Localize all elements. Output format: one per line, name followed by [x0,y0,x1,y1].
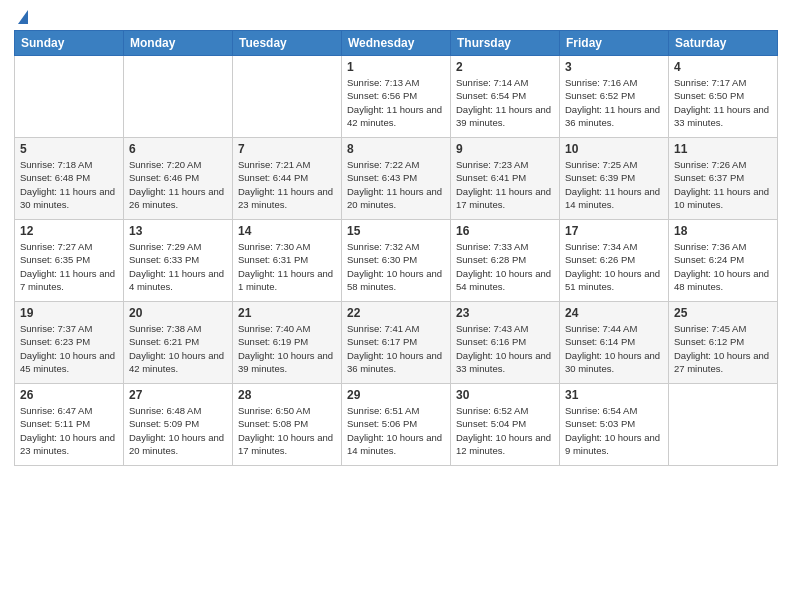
cell-text: Sunrise: 6:51 AM Sunset: 5:06 PM Dayligh… [347,404,445,457]
day-number: 20 [129,306,227,320]
day-number: 3 [565,60,663,74]
calendar-cell: 6Sunrise: 7:20 AM Sunset: 6:46 PM Daylig… [124,138,233,220]
calendar-cell [15,56,124,138]
day-number: 29 [347,388,445,402]
header [14,10,778,24]
calendar-cell: 3Sunrise: 7:16 AM Sunset: 6:52 PM Daylig… [560,56,669,138]
calendar-cell: 31Sunrise: 6:54 AM Sunset: 5:03 PM Dayli… [560,384,669,466]
calendar-cell: 2Sunrise: 7:14 AM Sunset: 6:54 PM Daylig… [451,56,560,138]
cell-text: Sunrise: 7:40 AM Sunset: 6:19 PM Dayligh… [238,322,336,375]
cell-text: Sunrise: 7:34 AM Sunset: 6:26 PM Dayligh… [565,240,663,293]
calendar-cell: 26Sunrise: 6:47 AM Sunset: 5:11 PM Dayli… [15,384,124,466]
day-number: 12 [20,224,118,238]
day-number: 19 [20,306,118,320]
day-number: 24 [565,306,663,320]
day-number: 17 [565,224,663,238]
logo-triangle-icon [18,10,28,24]
calendar-cell: 28Sunrise: 6:50 AM Sunset: 5:08 PM Dayli… [233,384,342,466]
day-number: 21 [238,306,336,320]
day-number: 15 [347,224,445,238]
day-number: 9 [456,142,554,156]
cell-text: Sunrise: 7:29 AM Sunset: 6:33 PM Dayligh… [129,240,227,293]
cell-text: Sunrise: 7:36 AM Sunset: 6:24 PM Dayligh… [674,240,772,293]
calendar-cell [124,56,233,138]
cell-text: Sunrise: 7:43 AM Sunset: 6:16 PM Dayligh… [456,322,554,375]
day-number: 11 [674,142,772,156]
cell-text: Sunrise: 6:52 AM Sunset: 5:04 PM Dayligh… [456,404,554,457]
calendar-cell: 24Sunrise: 7:44 AM Sunset: 6:14 PM Dayli… [560,302,669,384]
cell-text: Sunrise: 7:27 AM Sunset: 6:35 PM Dayligh… [20,240,118,293]
calendar-cell [669,384,778,466]
header-cell-monday: Monday [124,31,233,56]
calendar-cell: 8Sunrise: 7:22 AM Sunset: 6:43 PM Daylig… [342,138,451,220]
day-number: 10 [565,142,663,156]
calendar-cell: 10Sunrise: 7:25 AM Sunset: 6:39 PM Dayli… [560,138,669,220]
day-number: 7 [238,142,336,156]
cell-text: Sunrise: 7:23 AM Sunset: 6:41 PM Dayligh… [456,158,554,211]
cell-text: Sunrise: 7:13 AM Sunset: 6:56 PM Dayligh… [347,76,445,129]
cell-text: Sunrise: 7:22 AM Sunset: 6:43 PM Dayligh… [347,158,445,211]
calendar-cell: 16Sunrise: 7:33 AM Sunset: 6:28 PM Dayli… [451,220,560,302]
day-number: 8 [347,142,445,156]
calendar-cell: 27Sunrise: 6:48 AM Sunset: 5:09 PM Dayli… [124,384,233,466]
cell-text: Sunrise: 7:41 AM Sunset: 6:17 PM Dayligh… [347,322,445,375]
day-number: 5 [20,142,118,156]
header-cell-wednesday: Wednesday [342,31,451,56]
cell-text: Sunrise: 6:47 AM Sunset: 5:11 PM Dayligh… [20,404,118,457]
cell-text: Sunrise: 7:14 AM Sunset: 6:54 PM Dayligh… [456,76,554,129]
week-row-5: 26Sunrise: 6:47 AM Sunset: 5:11 PM Dayli… [15,384,778,466]
day-number: 27 [129,388,227,402]
calendar-cell: 18Sunrise: 7:36 AM Sunset: 6:24 PM Dayli… [669,220,778,302]
day-number: 31 [565,388,663,402]
cell-text: Sunrise: 7:16 AM Sunset: 6:52 PM Dayligh… [565,76,663,129]
logo [14,10,28,24]
cell-text: Sunrise: 7:30 AM Sunset: 6:31 PM Dayligh… [238,240,336,293]
cell-text: Sunrise: 6:48 AM Sunset: 5:09 PM Dayligh… [129,404,227,457]
calendar-cell: 29Sunrise: 6:51 AM Sunset: 5:06 PM Dayli… [342,384,451,466]
calendar-cell: 30Sunrise: 6:52 AM Sunset: 5:04 PM Dayli… [451,384,560,466]
day-number: 22 [347,306,445,320]
cell-text: Sunrise: 7:21 AM Sunset: 6:44 PM Dayligh… [238,158,336,211]
calendar-cell: 7Sunrise: 7:21 AM Sunset: 6:44 PM Daylig… [233,138,342,220]
calendar-cell: 14Sunrise: 7:30 AM Sunset: 6:31 PM Dayli… [233,220,342,302]
week-row-4: 19Sunrise: 7:37 AM Sunset: 6:23 PM Dayli… [15,302,778,384]
cell-text: Sunrise: 7:32 AM Sunset: 6:30 PM Dayligh… [347,240,445,293]
header-cell-saturday: Saturday [669,31,778,56]
cell-text: Sunrise: 7:25 AM Sunset: 6:39 PM Dayligh… [565,158,663,211]
calendar-cell: 21Sunrise: 7:40 AM Sunset: 6:19 PM Dayli… [233,302,342,384]
cell-text: Sunrise: 7:26 AM Sunset: 6:37 PM Dayligh… [674,158,772,211]
day-number: 6 [129,142,227,156]
calendar-cell: 9Sunrise: 7:23 AM Sunset: 6:41 PM Daylig… [451,138,560,220]
calendar-cell: 13Sunrise: 7:29 AM Sunset: 6:33 PM Dayli… [124,220,233,302]
calendar-cell: 23Sunrise: 7:43 AM Sunset: 6:16 PM Dayli… [451,302,560,384]
day-number: 30 [456,388,554,402]
cell-text: Sunrise: 7:18 AM Sunset: 6:48 PM Dayligh… [20,158,118,211]
day-number: 16 [456,224,554,238]
calendar-cell: 4Sunrise: 7:17 AM Sunset: 6:50 PM Daylig… [669,56,778,138]
header-cell-tuesday: Tuesday [233,31,342,56]
header-cell-thursday: Thursday [451,31,560,56]
cell-text: Sunrise: 7:17 AM Sunset: 6:50 PM Dayligh… [674,76,772,129]
week-row-1: 1Sunrise: 7:13 AM Sunset: 6:56 PM Daylig… [15,56,778,138]
day-number: 23 [456,306,554,320]
calendar-cell: 19Sunrise: 7:37 AM Sunset: 6:23 PM Dayli… [15,302,124,384]
calendar-cell: 11Sunrise: 7:26 AM Sunset: 6:37 PM Dayli… [669,138,778,220]
cell-text: Sunrise: 7:37 AM Sunset: 6:23 PM Dayligh… [20,322,118,375]
calendar-cell [233,56,342,138]
day-number: 2 [456,60,554,74]
day-number: 13 [129,224,227,238]
day-number: 1 [347,60,445,74]
day-number: 25 [674,306,772,320]
day-number: 4 [674,60,772,74]
calendar-cell: 1Sunrise: 7:13 AM Sunset: 6:56 PM Daylig… [342,56,451,138]
header-cell-sunday: Sunday [15,31,124,56]
cell-text: Sunrise: 6:54 AM Sunset: 5:03 PM Dayligh… [565,404,663,457]
calendar-cell: 20Sunrise: 7:38 AM Sunset: 6:21 PM Dayli… [124,302,233,384]
calendar-cell: 17Sunrise: 7:34 AM Sunset: 6:26 PM Dayli… [560,220,669,302]
cell-text: Sunrise: 6:50 AM Sunset: 5:08 PM Dayligh… [238,404,336,457]
day-number: 14 [238,224,336,238]
calendar-table: SundayMondayTuesdayWednesdayThursdayFrid… [14,30,778,466]
calendar-cell: 5Sunrise: 7:18 AM Sunset: 6:48 PM Daylig… [15,138,124,220]
calendar-cell: 22Sunrise: 7:41 AM Sunset: 6:17 PM Dayli… [342,302,451,384]
cell-text: Sunrise: 7:38 AM Sunset: 6:21 PM Dayligh… [129,322,227,375]
